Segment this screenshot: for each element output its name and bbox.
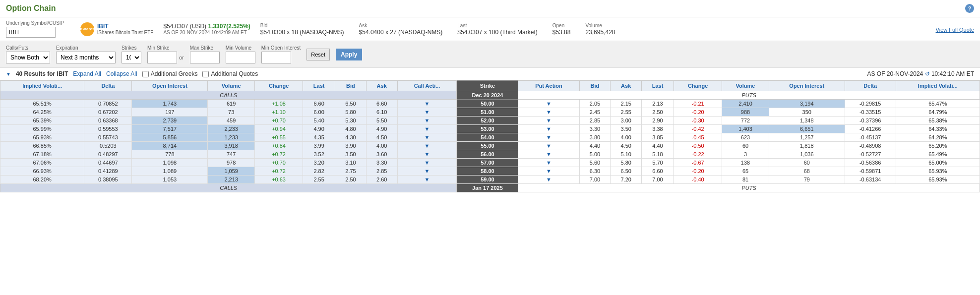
expiration-select[interactable]: Next 3 months Next 6 months All	[56, 52, 116, 63]
reset-button[interactable]: Reset	[306, 49, 330, 60]
expand-all-link[interactable]: Expand All	[73, 70, 101, 77]
controls-bar: Calls/Puts Show Both Calls Only Puts Onl…	[0, 41, 980, 68]
cell-bid-puts: 4.40	[579, 142, 611, 150]
quote-bar: Underlying Symbol/CUSIP iShares IBIT iSh…	[0, 17, 980, 41]
cell-last-puts: 2.90	[642, 117, 674, 125]
cell-strike: 51.00	[457, 108, 518, 117]
cell-put-action[interactable]: ▼	[518, 142, 579, 150]
cell-ask-puts: 4.00	[611, 133, 642, 142]
col-header-vol-calls[interactable]: Volume	[208, 81, 255, 91]
col-header-strike[interactable]: Strike	[457, 81, 518, 91]
min-volume-input[interactable]	[226, 52, 255, 63]
cell-call-action[interactable]: ▼	[397, 108, 457, 117]
col-header-call-action[interactable]: Call Acti...	[397, 81, 457, 91]
cell-change-calls: +1.08	[254, 100, 303, 108]
additional-quotes-label[interactable]: Additional Quotes	[202, 70, 258, 77]
col-header-iv-calls[interactable]: Implied Volati...	[0, 81, 84, 91]
cell-change-calls: +0.70	[254, 159, 303, 167]
col-header-change-calls[interactable]: Change	[254, 81, 303, 91]
cell-last-puts: 2.50	[642, 108, 674, 117]
cell-put-action[interactable]: ▼	[518, 117, 579, 125]
cell-put-action[interactable]: ▼	[518, 167, 579, 176]
cell-call-action[interactable]: ▼	[397, 167, 457, 176]
volume-value: 23,695,428	[585, 29, 615, 36]
cell-put-action[interactable]: ▼	[518, 108, 579, 117]
col-header-delta-calls[interactable]: Delta	[84, 81, 132, 91]
cell-call-action[interactable]: ▼	[397, 117, 457, 125]
cell-put-action[interactable]: ▼	[518, 159, 579, 167]
cell-iv-calls: 67.18%	[0, 150, 84, 159]
additional-quotes-checkbox[interactable]	[202, 71, 209, 77]
calls-puts-select[interactable]: Show Both Calls Only Puts Only	[6, 52, 50, 63]
cell-call-action[interactable]: ▼	[397, 100, 457, 108]
ask-value: $54.0400 x 27 (NASDAQ-NMS)	[359, 29, 443, 36]
open-value: $53.88	[552, 29, 571, 36]
cell-oi-calls: 1,098	[132, 159, 208, 167]
cell-last-puts: 3.38	[642, 125, 674, 133]
cell-call-action[interactable]: ▼	[397, 133, 457, 142]
apply-button[interactable]: Apply	[336, 49, 362, 60]
cell-ask-puts: 3.00	[611, 117, 642, 125]
cell-put-action[interactable]: ▼	[518, 176, 579, 184]
cell-put-action[interactable]: ▼	[518, 100, 579, 108]
or-text: or	[179, 55, 184, 60]
col-header-last-calls[interactable]: Last	[303, 81, 335, 91]
collapse-all-link[interactable]: Collapse All	[106, 70, 137, 77]
cell-call-action[interactable]: ▼	[397, 176, 457, 184]
cell-delta-calls: 0.44697	[84, 159, 132, 167]
page-title: Option Chain	[6, 4, 56, 13]
cell-bid-calls: 4.80	[335, 125, 367, 133]
col-header-delta-puts[interactable]: Delta	[845, 81, 896, 91]
cell-bid-puts: 5.60	[579, 159, 611, 167]
logo-circle: iShares	[80, 22, 94, 36]
cell-oi-puts: 350	[769, 108, 845, 117]
table-row: 66.85%0.52038,7143,918+0.843.993.904.00▼…	[0, 142, 980, 150]
min-volume-group: Min Volume	[226, 45, 255, 63]
col-header-bid-puts[interactable]: Bid	[579, 81, 611, 91]
min-strike-input[interactable]	[147, 52, 177, 63]
open-label: Open	[552, 23, 571, 28]
cell-put-action[interactable]: ▼	[518, 125, 579, 133]
puts-section-label: PUTS	[518, 91, 980, 100]
col-header-iv-puts[interactable]: Implied Volati...	[896, 81, 980, 91]
additional-greeks-label[interactable]: Additional Greeks	[142, 70, 198, 77]
view-full-quote-link[interactable]: View Full Quote	[936, 27, 974, 33]
col-header-last-puts[interactable]: Last	[642, 81, 674, 91]
col-header-oi-calls[interactable]: Open Interest	[132, 81, 208, 91]
cell-call-action[interactable]: ▼	[397, 142, 457, 150]
cell-call-action[interactable]: ▼	[397, 125, 457, 133]
cell-ask-calls: 5.50	[366, 117, 397, 125]
col-header-vol-puts[interactable]: Volume	[722, 81, 769, 91]
max-strike-input[interactable]	[190, 52, 220, 63]
ask-field: Ask $54.0400 x 27 (NASDAQ-NMS)	[359, 23, 443, 36]
additional-greeks-checkbox[interactable]	[142, 71, 149, 77]
col-header-ask-calls[interactable]: Ask	[366, 81, 397, 91]
cell-bid-calls: 3.90	[335, 142, 367, 150]
symbol-input[interactable]	[6, 27, 56, 38]
min-open-interest-input[interactable]	[261, 52, 291, 63]
cell-put-action[interactable]: ▼	[518, 133, 579, 142]
help-icon[interactable]: ?	[965, 4, 974, 13]
col-header-bid-calls[interactable]: Bid	[335, 81, 367, 91]
cell-call-action[interactable]: ▼	[397, 150, 457, 159]
col-header-change-puts[interactable]: Change	[674, 81, 722, 91]
cell-oi-puts: 79	[769, 176, 845, 184]
cell-last-puts: 5.70	[642, 159, 674, 167]
strikes-select[interactable]: 10 5 15 20 All	[122, 52, 141, 63]
cell-iv-calls: 67.06%	[0, 159, 84, 167]
refresh-icon[interactable]: ↺	[925, 70, 930, 77]
cell-delta-puts: -0.37396	[845, 117, 896, 125]
col-header-oi-puts[interactable]: Open Interest	[769, 81, 845, 91]
cell-delta-puts: -0.63134	[845, 176, 896, 184]
max-strike-label: Max Strike	[190, 45, 220, 51]
cell-call-action[interactable]: ▼	[397, 159, 457, 167]
price-block: $54.0307 (USD) 1.3307(2.525%) AS OF 20-N…	[163, 23, 250, 35]
volume-field: Volume 23,695,428	[585, 23, 615, 36]
cell-bid-calls: 5.80	[335, 108, 367, 117]
col-header-ask-puts[interactable]: Ask	[611, 81, 642, 91]
table-row: 67.06%0.446971,098978+0.703.203.103.30▼5…	[0, 159, 980, 167]
col-header-put-action[interactable]: Put Action	[518, 81, 579, 91]
cell-put-action[interactable]: ▼	[518, 150, 579, 159]
cell-change-puts: -0.22	[674, 150, 722, 159]
cell-ask-calls: 6.60	[366, 100, 397, 108]
